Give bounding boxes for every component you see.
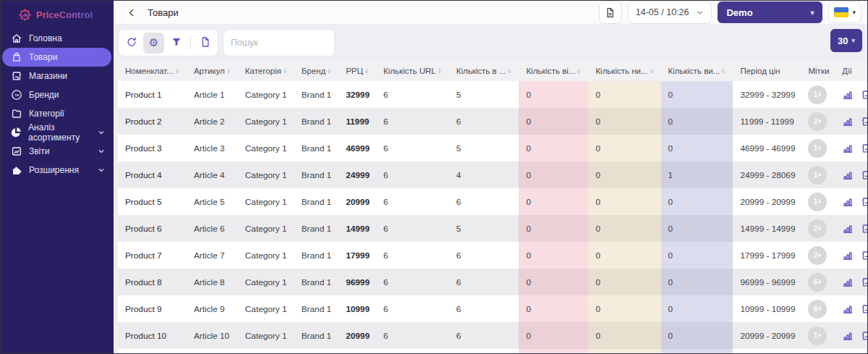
cell: 6 bbox=[376, 161, 449, 188]
document-button[interactable] bbox=[599, 1, 622, 24]
sort-down-icon[interactable] bbox=[575, 67, 582, 75]
store-icon[interactable] bbox=[861, 250, 867, 261]
language-select[interactable]: ▾ bbox=[828, 1, 861, 23]
marks-badge[interactable]: 1+ bbox=[808, 166, 827, 185]
sort-down-icon[interactable] bbox=[225, 67, 232, 75]
sidebar-item-assortment[interactable]: Аналіз асортименту bbox=[2, 123, 111, 142]
cell: 0 bbox=[588, 242, 660, 269]
bar-chart-icon[interactable] bbox=[842, 223, 854, 235]
cell: Category 1 bbox=[238, 269, 294, 295]
account-select[interactable]: Demo ▾ bbox=[718, 1, 822, 23]
store-icon[interactable] bbox=[861, 169, 867, 181]
toolbar-divider bbox=[190, 36, 191, 49]
sidebar-item-products[interactable]: Товари bbox=[2, 48, 111, 67]
datetime-select[interactable]: 14-05 / 10:26 bbox=[628, 1, 712, 24]
cell: Article 8 bbox=[187, 269, 238, 295]
bar-chart-icon[interactable] bbox=[842, 277, 854, 288]
store-icon[interactable] bbox=[861, 143, 867, 154]
caret-down-icon: ▾ bbox=[852, 9, 856, 16]
cell bbox=[449, 349, 519, 354]
cell: Product 1 bbox=[118, 81, 187, 108]
marks-badge[interactable]: 1+ bbox=[808, 139, 827, 158]
cell: Brand 1 bbox=[294, 322, 339, 349]
sidebar-item-stores[interactable]: Магазини bbox=[2, 67, 111, 85]
cell: 0 bbox=[661, 135, 733, 161]
report-icon bbox=[10, 146, 22, 158]
column-label: Мітки bbox=[808, 67, 829, 75]
store-icon[interactable] bbox=[861, 303, 867, 315]
sort-down-icon[interactable] bbox=[326, 67, 333, 75]
bar-chart-icon[interactable] bbox=[842, 330, 854, 342]
marks-badge[interactable]: 1+ bbox=[808, 85, 827, 104]
sidebar-item-reports[interactable]: Звіти bbox=[2, 142, 111, 161]
cell: 6 bbox=[376, 242, 449, 269]
sort-down-icon[interactable] bbox=[174, 67, 181, 75]
sidebar-item-categories[interactable]: Категорії bbox=[2, 104, 111, 123]
marks-badge[interactable]: 2+ bbox=[808, 219, 827, 238]
cell: Article 5 bbox=[187, 188, 238, 215]
cell: 6 bbox=[376, 108, 449, 135]
search-input[interactable] bbox=[231, 38, 327, 48]
sidebar-item-extensions[interactable]: Розширення bbox=[2, 161, 111, 180]
sidebar-nav: ГоловнаТовариМагазинитмБрендиКатегоріїАн… bbox=[1, 29, 114, 180]
cell: Article 3 bbox=[187, 135, 238, 161]
column-header: Кількість URL bbox=[376, 61, 449, 81]
chevron-down-icon bbox=[97, 166, 106, 174]
cell: Product 7 bbox=[118, 242, 187, 269]
bar-chart-icon[interactable] bbox=[842, 196, 854, 208]
marks-badge[interactable]: 1+ bbox=[808, 193, 827, 211]
sort-down-icon[interactable] bbox=[363, 67, 370, 75]
refresh-button[interactable] bbox=[121, 33, 142, 54]
marks-badge[interactable]: 6+ bbox=[808, 300, 827, 319]
marks-badge[interactable]: 1+ bbox=[808, 326, 827, 345]
actions-cell bbox=[835, 215, 867, 242]
sort-down-icon[interactable] bbox=[281, 67, 289, 75]
filter-button[interactable] bbox=[166, 33, 187, 54]
file-button[interactable] bbox=[195, 33, 216, 54]
bar-chart-icon[interactable] bbox=[842, 169, 854, 181]
store-icon[interactable] bbox=[861, 196, 867, 208]
marks-badge[interactable]: 2+ bbox=[808, 246, 827, 265]
sort-down-icon[interactable] bbox=[506, 67, 513, 75]
column-header: РРЦ bbox=[339, 61, 376, 81]
bar-chart-icon[interactable] bbox=[842, 250, 854, 261]
cell: 5 bbox=[449, 215, 519, 242]
cell bbox=[801, 349, 835, 354]
cell: Category 1 bbox=[238, 161, 294, 188]
actions-cell bbox=[835, 295, 867, 322]
store-icon[interactable] bbox=[861, 277, 867, 288]
cell: Article 6 bbox=[187, 215, 238, 242]
bar-chart-icon[interactable] bbox=[842, 143, 854, 154]
store-icon[interactable] bbox=[861, 330, 867, 342]
cell: Product 4 bbox=[118, 161, 187, 188]
sidebar-item-brands[interactable]: тмБренди bbox=[2, 85, 111, 104]
marks-badge[interactable]: 2+ bbox=[808, 112, 827, 131]
cell: Category 1 bbox=[238, 215, 294, 242]
sort-down-icon[interactable] bbox=[648, 67, 655, 75]
marks-cell: 1+ bbox=[801, 81, 835, 108]
marks-badge[interactable]: 6+ bbox=[808, 273, 827, 292]
cell: 0 bbox=[519, 161, 588, 188]
gear-button[interactable]: ⚙ bbox=[143, 33, 164, 54]
bar-chart-icon[interactable] bbox=[842, 303, 854, 315]
column-label: Кількість ві... bbox=[526, 67, 575, 75]
cell: 0 bbox=[519, 242, 588, 269]
sidebar-item-home[interactable]: Головна bbox=[2, 29, 111, 48]
store-icon[interactable] bbox=[861, 223, 867, 235]
cell: Article 9 bbox=[187, 295, 238, 322]
back-button[interactable] bbox=[124, 5, 139, 20]
topbar: Товари 14-05 / 10:26 Demo ▾ ▾ bbox=[114, 1, 867, 25]
bar-chart-icon[interactable] bbox=[842, 116, 854, 127]
cell bbox=[835, 349, 867, 354]
store-icon bbox=[10, 70, 22, 83]
sort-down-icon[interactable] bbox=[720, 67, 727, 75]
row-actions bbox=[842, 116, 867, 127]
sort-down-icon[interactable] bbox=[436, 67, 443, 75]
store-icon[interactable] bbox=[861, 89, 867, 101]
cell: 17999 bbox=[339, 242, 376, 269]
column-label: Номенклат... bbox=[125, 67, 174, 75]
bar-chart-icon[interactable] bbox=[842, 89, 854, 101]
page-size-select[interactable]: 30 ▾ bbox=[830, 29, 862, 52]
store-icon[interactable] bbox=[861, 116, 867, 127]
row-actions bbox=[842, 330, 867, 342]
